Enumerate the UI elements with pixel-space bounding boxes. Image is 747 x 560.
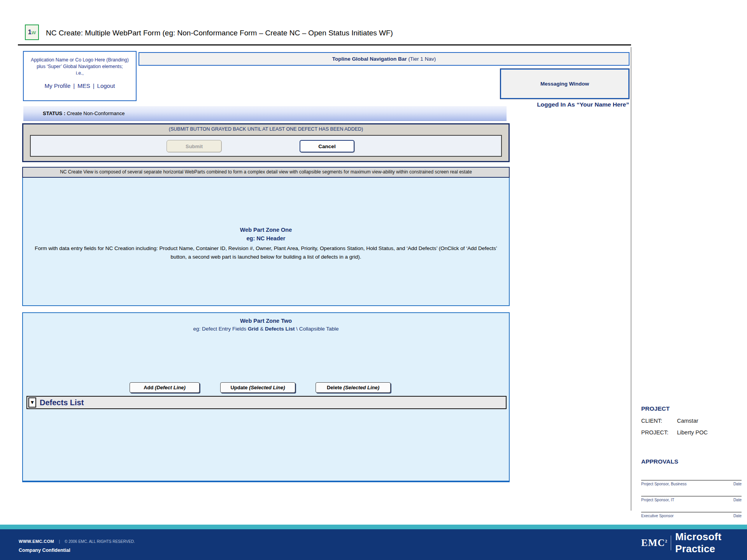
messaging-window: Messaging Window	[500, 69, 629, 99]
footer-legal-line: WWW.EMC.COM|© 2006 EMC. ALL RIGHTS RESER…	[19, 539, 135, 544]
submit-note: (SUBMIT BUTTON GRAYED BACK UNTIL AT LEAS…	[23, 126, 509, 132]
right-margin-divider	[631, 47, 631, 511]
collapse-triangle-icon[interactable]: ▼	[28, 397, 36, 408]
footer-logo: EMC2 Microsoft Practice	[641, 534, 747, 552]
defects-list-title: Defects List	[40, 398, 84, 407]
footer-copyright: © 2006 EMC. ALL RIGHTS RESERVED.	[65, 539, 135, 544]
messaging-window-label: Messaging Window	[540, 81, 589, 87]
button-qualifier: (Selected Line)	[249, 385, 285, 390]
button-label: Delete	[327, 385, 344, 390]
microsoft-practice-logo-text: Microsoft Practice	[675, 531, 747, 555]
button-label: Add	[144, 385, 155, 390]
zone-one-description: Form with data entry fields for NC Creat…	[33, 244, 500, 261]
page-number-badge: 1w	[25, 24, 39, 40]
status-label: STATUS :	[43, 110, 65, 116]
zone-one-content: Web Part Zone One eg: NC Header Form wit…	[23, 226, 509, 261]
branding-box: Application Name or Co Logo Here (Brandi…	[23, 51, 137, 101]
title-underline	[18, 44, 631, 46]
zone-two-sub-text: eg: Defect Entry Fields	[193, 326, 247, 332]
zone-two-title: Web Part Zone Two	[23, 317, 509, 325]
branding-line: Application Name or Co Logo Here (Brandi…	[24, 57, 136, 63]
badge-letter: w	[32, 29, 36, 35]
cancel-button[interactable]: Cancel	[300, 140, 354, 152]
branding-line: plus ‘Super’ Global Navigation elements;	[24, 63, 136, 70]
badge-number: 1	[28, 28, 32, 36]
topnav-title-suffix: (Tier 1 Nav)	[407, 56, 436, 62]
nc-create-view-note: NC Create View is composed of several se…	[22, 167, 510, 178]
zone-one-title: Web Part Zone One	[23, 226, 509, 234]
zone-two-sub-defects-list: Defects List	[265, 326, 295, 332]
approval-signer-label: Executive Sponsor	[641, 514, 673, 518]
nav-link-logout[interactable]: Logout	[97, 82, 115, 89]
zone-two-subtitle: eg: Defect Entry Fields Grid & Defects L…	[23, 325, 509, 333]
status-bar: STATUS : Create Non-Conformance	[23, 106, 507, 121]
wireframe-page: 1w NC Create: Multiple WebPart Form (eg:…	[0, 0, 747, 560]
approvals-heading: APPROVALS	[641, 458, 678, 465]
approval-row-business: Project Sponsor, Business Date	[641, 480, 742, 486]
defects-list-header-bar: ▼ Defects List	[26, 396, 507, 409]
project-value: Liberty POC	[677, 429, 708, 436]
button-label: Update	[230, 385, 249, 390]
super-global-nav: My Profile|MES|Logout	[24, 82, 136, 89]
zone-two-sub-text: &	[258, 326, 265, 332]
client-value: Camstar	[677, 418, 698, 424]
project-row: PROJECT:Liberty POC	[641, 429, 708, 436]
zone-two-header: Web Part Zone Two eg: Defect Entry Field…	[23, 317, 509, 333]
submit-panel: (SUBMIT BUTTON GRAYED BACK UNTIL AT LEAS…	[22, 123, 510, 162]
approval-date-label: Date	[733, 498, 742, 502]
client-row: CLIENT:Camstar	[641, 418, 698, 424]
approval-date-label: Date	[733, 514, 742, 518]
delete-selected-line-button[interactable]: Delete (Selected Line)	[316, 382, 391, 393]
web-part-zone-one: Web Part Zone One eg: NC Header Form wit…	[22, 178, 510, 306]
footer-bar	[0, 529, 747, 560]
nav-separator: |	[93, 82, 95, 89]
page-title: NC Create: Multiple WebPart Form (eg: No…	[46, 29, 393, 37]
submit-button-tray: Submit Cancel	[30, 135, 502, 157]
update-selected-line-button[interactable]: Update (Selected Line)	[220, 382, 295, 393]
client-label: CLIENT:	[641, 418, 677, 424]
nav-link-my-profile[interactable]: My Profile	[45, 82, 71, 89]
emc-logo: EMC2	[641, 537, 668, 548]
branding-line: i.e.,	[24, 70, 136, 77]
project-label: PROJECT:	[641, 429, 677, 436]
emc-url-link[interactable]: WWW.EMC.COM	[19, 539, 54, 544]
project-heading: PROJECT	[641, 405, 670, 412]
zone-two-sub-grid: Grid	[248, 326, 259, 332]
approval-row-it: Project Sponsor, IT Date	[641, 496, 742, 502]
approval-signer-label: Project Sponsor, IT	[641, 498, 674, 502]
add-defect-line-button[interactable]: Add (Defect Line)	[130, 382, 200, 393]
zone-two-sub-text: \ Collapsible Table	[295, 326, 339, 332]
web-part-zone-two: Web Part Zone Two eg: Defect Entry Field…	[22, 312, 510, 482]
footer-teal-stripe	[0, 525, 747, 529]
emc-logo-text: EMC	[641, 537, 665, 548]
company-confidential-text: Company Confidential	[19, 548, 70, 553]
topline-global-nav-bar[interactable]: Topline Global Navigation Bar (Tier 1 Na…	[139, 52, 630, 66]
footer-separator: |	[59, 539, 60, 544]
topnav-title: Topline Global Navigation Bar	[332, 56, 407, 62]
approval-date-label: Date	[733, 482, 742, 486]
approval-signer-label: Project Sponsor, Business	[641, 482, 687, 486]
nav-link-mes[interactable]: MES	[77, 82, 90, 89]
logo-divider	[671, 536, 672, 550]
button-qualifier: (Defect Line)	[155, 385, 186, 390]
button-qualifier: (Selected Line)	[344, 385, 379, 390]
submit-button[interactable]: Submit	[167, 140, 222, 152]
emc-logo-superscript: 2	[665, 539, 668, 543]
zone-one-subtitle: eg: NC Header	[23, 234, 509, 243]
approval-row-executive: Executive Sponsor Date	[641, 512, 742, 518]
status-value: Create Non-Conformance	[65, 110, 124, 116]
nav-separator: |	[73, 82, 75, 89]
